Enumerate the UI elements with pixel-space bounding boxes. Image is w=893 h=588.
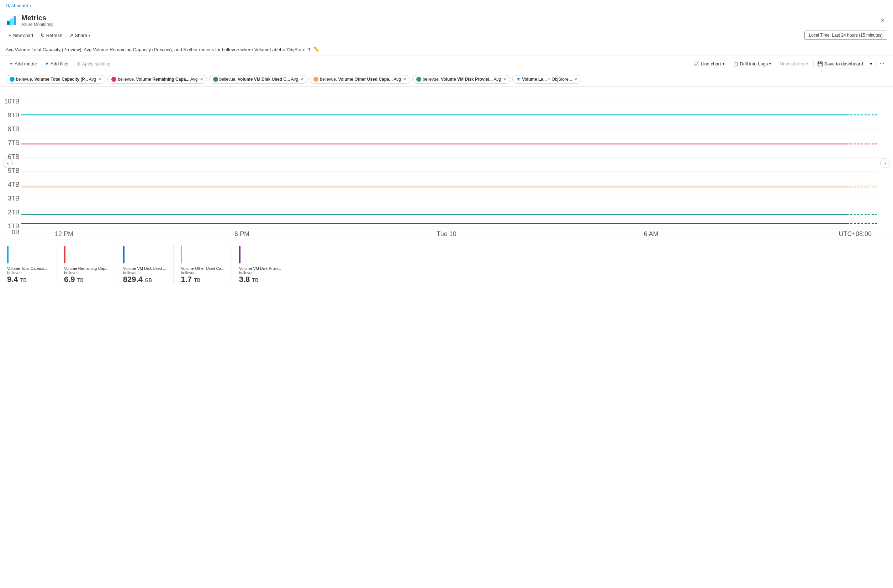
breadcrumb: Dashboard › bbox=[0, 0, 893, 11]
main-toolbar: + New chart ↻ Refresh ↗ Share ▾ Local Ti… bbox=[0, 28, 893, 42]
legend-4-color-bar bbox=[181, 246, 182, 263]
share-dropdown-icon: ▾ bbox=[89, 33, 90, 38]
line-chart-button[interactable]: 📈 Line chart ▾ bbox=[690, 59, 728, 69]
page-subtitle: Azure Monitoring bbox=[21, 22, 54, 27]
new-alert-rule-button[interactable]: New alert rule bbox=[776, 59, 812, 69]
legend-4-value: 1.7 TB bbox=[181, 275, 224, 284]
save-dropdown-button[interactable]: ▾ bbox=[867, 58, 876, 69]
metric-tag-5: bellevue, Volume VM Disk Provisi... Avg … bbox=[412, 75, 510, 84]
metric-tag-3: bellevue, Volume VM Disk Used C... Avg ✕ bbox=[209, 75, 308, 84]
drill-icon: 📋 bbox=[733, 61, 738, 66]
legend-1-title: Volume Total Capacit... bbox=[7, 266, 47, 270]
tag-3-close[interactable]: ✕ bbox=[300, 77, 304, 82]
legend-5-color-bar bbox=[239, 246, 241, 263]
svg-text:12 PM: 12 PM bbox=[55, 230, 73, 237]
save-to-dashboard-group: 💾 Save to dashboard ▾ bbox=[813, 58, 876, 69]
svg-text:2TB: 2TB bbox=[8, 208, 20, 216]
svg-rect-2 bbox=[14, 16, 16, 25]
legend-item-2: Volume Remaining Cap... bellevue 6.9 TB bbox=[57, 244, 116, 284]
legend-2-value: 6.9 TB bbox=[64, 275, 108, 284]
legend-1-content: Volume Total Capacit... bellevue 9.4 TB bbox=[7, 266, 47, 284]
toolbar-right: Local Time: Last 24 hours (15 minutes) bbox=[804, 31, 887, 40]
tag-4-close[interactable]: ✕ bbox=[403, 77, 406, 82]
legend-4-subtitle: bellevue bbox=[181, 270, 224, 275]
legend-2-content: Volume Remaining Cap... bellevue 6.9 TB bbox=[64, 266, 108, 284]
svg-text:3TB: 3TB bbox=[8, 195, 20, 202]
chart-nav-right-button[interactable]: › bbox=[880, 158, 890, 168]
svg-text:9TB: 9TB bbox=[8, 112, 20, 119]
svg-text:Tue 10: Tue 10 bbox=[436, 230, 456, 237]
add-filter-button[interactable]: ▼ Add filter bbox=[41, 59, 72, 69]
legend-item-3: Volume VM Disk Used ... bellevue 829.4 G… bbox=[116, 244, 174, 284]
legend-3-color-bar bbox=[123, 246, 125, 263]
svg-rect-0 bbox=[7, 21, 10, 25]
tags-container: bellevue, Volume Total Capacity (P... Av… bbox=[0, 72, 893, 87]
legend-2-subtitle: bellevue bbox=[64, 270, 108, 275]
legend-3-content: Volume VM Disk Used ... bellevue 829.4 G… bbox=[123, 266, 167, 284]
tag-2-text: bellevue, Volume Remaining Capa... Avg bbox=[118, 77, 197, 82]
tag-3-icon bbox=[213, 77, 218, 82]
legend-item-5: Volume VM Disk Provi... bellevue 3.8 TB bbox=[232, 244, 288, 284]
share-button[interactable]: ↗ Share ▾ bbox=[66, 31, 93, 40]
new-chart-button[interactable]: + New chart bbox=[6, 31, 36, 40]
breadcrumb-link[interactable]: Dashboard bbox=[6, 3, 29, 8]
toolbar-left: + New chart ↻ Refresh ↗ Share ▾ bbox=[6, 31, 93, 40]
legend-container: Volume Total Capacit... bellevue 9.4 TB … bbox=[0, 240, 893, 288]
filter-tag-close[interactable]: ✕ bbox=[574, 77, 577, 82]
tag-5-close[interactable]: ✕ bbox=[503, 77, 506, 82]
apply-splitting-button[interactable]: ⊞ Apply splitting bbox=[73, 59, 114, 69]
more-options-icon: ··· bbox=[880, 60, 884, 66]
legend-1-value: 9.4 TB bbox=[7, 275, 47, 284]
legend-5-subtitle: bellevue bbox=[239, 270, 281, 275]
tag-5-text: bellevue, Volume VM Disk Provisi... Avg bbox=[422, 77, 501, 82]
close-button[interactable]: × bbox=[878, 15, 887, 26]
svg-rect-1 bbox=[10, 18, 13, 25]
legend-item-1: Volume Total Capacit... bellevue 9.4 TB bbox=[7, 244, 57, 284]
tag-2-close[interactable]: ✕ bbox=[200, 77, 203, 82]
filter-icon: ▼ bbox=[516, 77, 520, 82]
tag-4-icon bbox=[313, 77, 319, 82]
tag-2-icon bbox=[111, 77, 116, 82]
chart-title-bar: Avg Volume Total Capacity (Preview), Avg… bbox=[0, 42, 893, 56]
svg-text:6 PM: 6 PM bbox=[235, 230, 250, 237]
legend-5-content: Volume VM Disk Provi... bellevue 3.8 TB bbox=[239, 266, 281, 284]
legend-5-value: 3.8 TB bbox=[239, 275, 281, 284]
page-header: Metrics Azure Monitoring × bbox=[0, 11, 893, 28]
filter-tag-text: Volume La... = ObjStore... bbox=[522, 77, 572, 82]
page-title: Metrics bbox=[21, 14, 54, 22]
svg-text:7TB: 7TB bbox=[8, 140, 20, 147]
add-metric-button[interactable]: ✦ Add metric bbox=[6, 59, 40, 69]
metric-tag-1: bellevue, Volume Total Capacity (P... Av… bbox=[6, 75, 105, 84]
legend-1-color-bar bbox=[7, 246, 9, 263]
legend-2-title: Volume Remaining Cap... bbox=[64, 266, 108, 270]
legend-5-title: Volume VM Disk Provi... bbox=[239, 266, 281, 270]
chart-nav-left-button[interactable]: ‹ bbox=[3, 158, 13, 168]
legend-item-4: Volume Other Used Ca... bellevue 1.7 TB bbox=[174, 244, 232, 284]
save-dropdown-chevron-icon: ▾ bbox=[870, 61, 872, 66]
tag-1-text: bellevue, Volume Total Capacity (P... Av… bbox=[16, 77, 96, 82]
refresh-icon: ↻ bbox=[41, 32, 45, 38]
time-range-button[interactable]: Local Time: Last 24 hours (15 minutes) bbox=[804, 31, 887, 40]
metric-tag-4: bellevue, Volume Other Used Capa... Avg … bbox=[310, 75, 410, 84]
tag-4-text: bellevue, Volume Other Used Capa... Avg bbox=[320, 77, 401, 82]
legend-4-content: Volume Other Used Ca... bellevue 1.7 TB bbox=[181, 266, 224, 284]
svg-text:0B: 0B bbox=[12, 229, 20, 236]
tag-1-close[interactable]: ✕ bbox=[98, 77, 101, 82]
chart-plot-area: 10TB 9TB 8TB 7TB 6TB 5TB 4TB 3TB 2TB 1TB… bbox=[0, 87, 893, 240]
metrics-toolbar-left: ✦ Add metric ▼ Add filter ⊞ Apply splitt… bbox=[6, 59, 114, 69]
legend-3-title: Volume VM Disk Used ... bbox=[123, 266, 167, 270]
chart-area: ‹ 10TB 9TB 8TB 7TB 6TB 5TB 4TB 3TB bbox=[0, 87, 893, 240]
drill-into-logs-button[interactable]: 📋 Drill into Logs ▾ bbox=[729, 59, 775, 69]
title-block: Metrics Azure Monitoring bbox=[21, 14, 54, 27]
more-options-button[interactable]: ··· bbox=[877, 58, 887, 69]
svg-text:8TB: 8TB bbox=[8, 126, 20, 133]
apply-splitting-icon: ⊞ bbox=[77, 61, 80, 66]
svg-text:10TB: 10TB bbox=[4, 98, 20, 105]
refresh-button[interactable]: ↻ Refresh bbox=[38, 31, 65, 40]
metrics-toolbar-right: 📈 Line chart ▾ 📋 Drill into Logs ▾ New a… bbox=[690, 58, 887, 69]
line-chart-dropdown-icon: ▾ bbox=[723, 62, 725, 66]
legend-2-color-bar bbox=[64, 246, 65, 263]
edit-title-icon[interactable]: ✏️ bbox=[313, 46, 319, 52]
save-to-dashboard-button[interactable]: 💾 Save to dashboard bbox=[813, 58, 867, 69]
metric-tag-2: bellevue, Volume Remaining Capa... Avg ✕ bbox=[107, 75, 207, 84]
